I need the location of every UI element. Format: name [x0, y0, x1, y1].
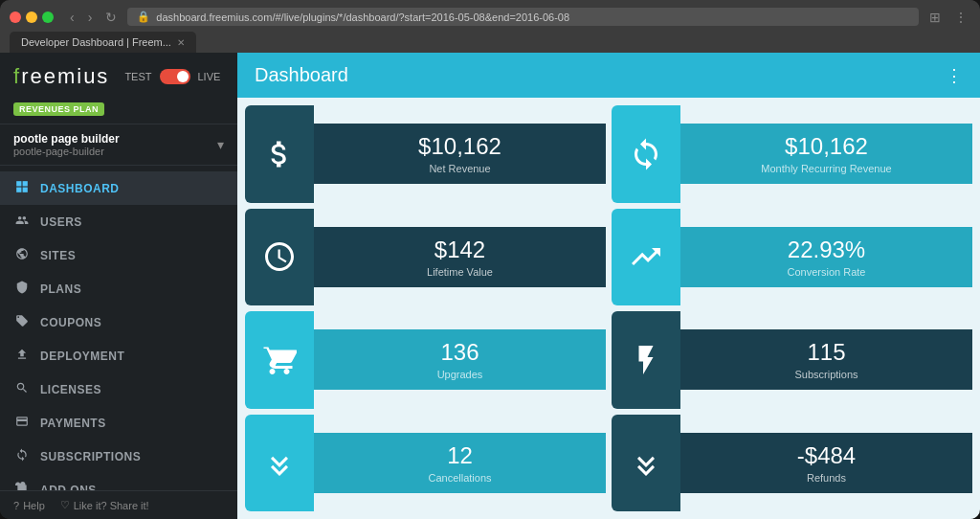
- dashboard-icon: [13, 180, 31, 196]
- plugin-name: pootle page builder: [13, 132, 120, 146]
- payments-label: PAYMENTS: [40, 417, 106, 430]
- help-label: Help: [23, 500, 45, 511]
- extensions-button[interactable]: ⊞: [926, 10, 944, 25]
- licenses-label: LICENSES: [40, 383, 101, 396]
- users-label: USERS: [40, 215, 82, 229]
- bolt-icon: [629, 343, 663, 377]
- plugin-slug: pootle-page-builder: [13, 146, 120, 157]
- mrr-value: $10,162: [785, 133, 868, 161]
- sidebar-item-subscriptions[interactable]: SUBSCRIPTIONS: [0, 440, 237, 473]
- addons-label: ADD ONS: [40, 484, 97, 491]
- close-button[interactable]: [10, 11, 21, 23]
- metric-card-refunds: -$484 Refunds: [612, 415, 972, 512]
- cart-icon: [262, 343, 297, 377]
- licenses-icon: [13, 381, 31, 397]
- svg-rect-3: [23, 188, 28, 192]
- nav-items: DASHBOARD USERS SITES: [0, 166, 237, 490]
- double-chevron-down-icon: [262, 445, 297, 480]
- sidebar-item-deployment[interactable]: DEPLOYMENT: [0, 339, 237, 372]
- cancellations-icon-area: [245, 415, 314, 512]
- conversion-label: Conversion Rate: [788, 266, 866, 278]
- subscriptions-metric-value: 115: [807, 339, 845, 367]
- metric-card-net-revenue: $10,162 Net Revenue: [245, 105, 606, 203]
- refunds-icon-area: [612, 415, 680, 512]
- upgrades-icon-area: [245, 311, 314, 409]
- share-link[interactable]: ♡ Like it? Share it!: [60, 499, 149, 511]
- sidebar-item-licenses[interactable]: LICENSES: [0, 372, 237, 406]
- metric-card-upgrades: 136 Upgrades: [245, 311, 606, 409]
- tab-close-icon[interactable]: ✕: [177, 37, 185, 48]
- lifetime-value-area: $142 Lifetime Value: [314, 227, 606, 287]
- metric-card-subscriptions: 115 Subscriptions: [612, 311, 972, 409]
- help-link[interactable]: ? Help: [13, 500, 45, 511]
- subscriptions-icon: [13, 448, 31, 464]
- live-label: LIVE: [198, 71, 221, 82]
- sidebar-item-payments[interactable]: PAYMENTS: [0, 406, 237, 440]
- forward-button[interactable]: ›: [85, 10, 96, 25]
- addons-icon: [13, 482, 31, 490]
- mrr-icon-area: [612, 105, 680, 203]
- chevron-down-icon: ▾: [217, 137, 224, 152]
- header-menu-icon[interactable]: ⋮: [946, 65, 963, 86]
- deployment-icon: [13, 348, 31, 364]
- refunds-value: -$484: [797, 442, 856, 470]
- users-icon: [13, 214, 31, 230]
- traffic-lights: [10, 11, 54, 23]
- plugin-selector[interactable]: pootle page builder pootle-page-builder …: [0, 124, 237, 166]
- metric-card-lifetime: $142 Lifetime Value: [245, 209, 606, 306]
- sidebar-item-users[interactable]: USERS: [0, 205, 237, 238]
- coupons-label: COUPONS: [40, 316, 101, 329]
- plans-label: PLANS: [40, 282, 81, 296]
- sites-label: SITES: [40, 249, 76, 262]
- svg-rect-0: [16, 181, 21, 186]
- more-button[interactable]: ⋮: [951, 10, 970, 25]
- test-label: TEST: [124, 71, 151, 82]
- net-revenue-label: Net Revenue: [429, 163, 490, 174]
- mrr-value-area: $10,162 Monthly Recurring Revenue: [680, 124, 972, 184]
- refresh-button[interactable]: ↻: [102, 10, 120, 25]
- sidebar-item-coupons[interactable]: COUPONS: [0, 305, 237, 339]
- cancellations-label: Cancellations: [428, 472, 491, 484]
- subscriptions-metric-label: Subscriptions: [794, 369, 858, 380]
- conversion-icon-area: [612, 209, 680, 306]
- net-revenue-icon-area: [245, 105, 314, 203]
- sidebar-item-plans[interactable]: PLANS: [0, 272, 237, 305]
- lifetime-value: $142: [434, 237, 485, 264]
- metric-card-conversion: 22.93% Conversion Rate: [612, 209, 972, 306]
- sidebar-item-dashboard[interactable]: DASHBOARD: [0, 171, 237, 205]
- main-header: Dashboard ⋮: [237, 53, 980, 98]
- plugin-info: pootle page builder pootle-page-builder: [13, 132, 120, 157]
- dashboard-grid: $10,162 Net Revenue $10,162 Monthly Recu…: [237, 98, 980, 519]
- lock-icon: 🔒: [137, 11, 150, 23]
- minimize-button[interactable]: [26, 11, 37, 23]
- active-tab[interactable]: Developer Dashboard | Freem... ✕: [10, 32, 196, 53]
- sidebar: freemius TEST LIVE REVENUES PLAN pootle …: [0, 53, 237, 519]
- subscriptions-metric-value-area: 115 Subscriptions: [680, 329, 972, 390]
- net-revenue-value-area: $10,162 Net Revenue: [314, 124, 606, 184]
- maximize-button[interactable]: [42, 11, 54, 23]
- tab-title: Developer Dashboard | Freem...: [21, 36, 171, 48]
- upgrades-label: Upgrades: [437, 369, 483, 380]
- back-button[interactable]: ‹: [67, 10, 78, 25]
- cancellations-value: 12: [447, 442, 473, 470]
- sidebar-item-sites[interactable]: SITES: [0, 238, 237, 272]
- revenue-badge: REVENUES PLAN: [13, 102, 104, 116]
- test-live-toggle[interactable]: [160, 69, 190, 84]
- dollar-icon: [262, 137, 297, 171]
- lifetime-label: Lifetime Value: [427, 266, 493, 278]
- address-bar[interactable]: 🔒 dashboard.freemius.com/#/live/plugins/…: [127, 8, 919, 26]
- refunds-value-area: -$484 Refunds: [680, 433, 972, 493]
- sidebar-header: freemius TEST LIVE REVENUES PLAN: [0, 53, 237, 124]
- net-revenue-value: $10,162: [418, 133, 501, 161]
- upgrades-value: 136: [440, 339, 479, 367]
- browser-chrome: ‹ › ↻ 🔒 dashboard.freemius.com/#/live/pl…: [0, 0, 980, 53]
- svg-rect-1: [23, 181, 28, 186]
- main-content: Dashboard ⋮ $10,162 Net Revenue: [237, 53, 980, 519]
- metric-card-mrr: $10,162 Monthly Recurring Revenue: [612, 105, 972, 203]
- coupons-icon: [13, 314, 31, 330]
- sidebar-item-addons[interactable]: ADD ONS: [0, 473, 237, 490]
- freemius-logo: freemius TEST LIVE: [13, 64, 224, 89]
- dashboard-label: DASHBOARD: [40, 182, 120, 195]
- deployment-label: DEPLOYMENT: [40, 350, 124, 363]
- refresh-icon: [629, 137, 663, 171]
